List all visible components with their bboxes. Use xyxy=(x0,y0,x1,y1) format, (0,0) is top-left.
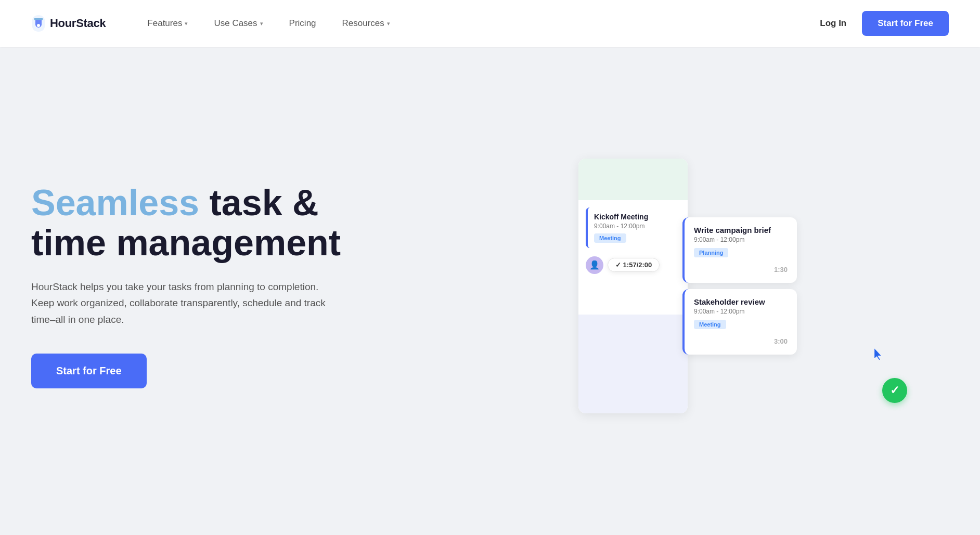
hero-illustration: Kickoff Meeting 9:00am - 12:00pm Meeting… xyxy=(427,143,949,429)
hero-heading: Seamless task &time management xyxy=(31,183,395,263)
hero-cta-button[interactable]: Start for Free xyxy=(31,354,147,388)
stakeholder-tag: Meeting xyxy=(694,320,726,329)
nav-features[interactable]: Features ▾ xyxy=(147,18,188,29)
navigation: HourStack Features ▾ Use Cases ▾ Pricing… xyxy=(0,0,980,47)
login-button[interactable]: Log In xyxy=(820,18,846,29)
kickoff-time: 9:00am - 12:00pm xyxy=(594,223,674,230)
write-campaign-duration: 1:30 xyxy=(694,266,788,273)
use-cases-chevron-icon: ▾ xyxy=(260,20,263,27)
stakeholder-title: Stakeholder review xyxy=(694,297,788,306)
write-campaign-tag: Planning xyxy=(694,248,728,257)
nav-use-cases[interactable]: Use Cases ▾ xyxy=(214,18,263,29)
nav-cta-button[interactable]: Start for Free xyxy=(862,11,949,36)
nav-links: Features ▾ Use Cases ▾ Pricing Resources… xyxy=(147,18,820,29)
hero-subtext: HourStack helps you take your tasks from… xyxy=(31,279,333,328)
panel-bottom-decoration xyxy=(578,315,688,413)
stakeholder-card: Stakeholder review 9:00am - 12:00pm Meet… xyxy=(682,289,797,355)
timer-value: ✓ 1:57/2:00 xyxy=(615,261,652,269)
avatar-row: 👤 ✓ 1:57/2:00 xyxy=(586,256,680,274)
hero-section: Seamless task &time management HourStack… xyxy=(0,47,980,535)
kickoff-card: Kickoff Meeting 9:00am - 12:00pm Meeting xyxy=(586,207,680,248)
stakeholder-time: 9:00am - 12:00pm xyxy=(694,308,788,315)
nav-resources[interactable]: Resources ▾ xyxy=(342,18,390,29)
features-chevron-icon: ▾ xyxy=(185,20,188,27)
timer-badge: ✓ 1:57/2:00 xyxy=(608,258,660,272)
hero-left: Seamless task &time management HourStack… xyxy=(31,183,395,388)
logo[interactable]: HourStack xyxy=(31,15,106,32)
logo-text: HourStack xyxy=(50,17,106,30)
avatar: 👤 xyxy=(586,256,603,274)
kickoff-title: Kickoff Meeting xyxy=(594,213,674,221)
logo-icon xyxy=(31,15,46,32)
event-cards-panel: Write campaign brief 9:00am - 12:00pm Pl… xyxy=(682,217,797,355)
cursor-icon xyxy=(872,347,886,361)
kickoff-tag: Meeting xyxy=(594,233,626,243)
write-campaign-time: 9:00am - 12:00pm xyxy=(694,236,788,243)
stakeholder-duration: 3:00 xyxy=(694,337,788,345)
panel-body: Kickoff Meeting 9:00am - 12:00pm Meeting… xyxy=(578,200,688,281)
write-campaign-title: Write campaign brief xyxy=(694,226,788,234)
nav-pricing[interactable]: Pricing xyxy=(289,18,316,29)
success-checkmark-icon: ✓ xyxy=(882,378,907,403)
nav-actions: Log In Start for Free xyxy=(820,11,949,36)
svg-point-0 xyxy=(37,24,40,27)
hero-heading-highlight: Seamless xyxy=(31,182,199,223)
panel-top-decoration xyxy=(578,159,688,200)
write-campaign-card: Write campaign brief 9:00am - 12:00pm Pl… xyxy=(682,217,797,283)
task-panel: Kickoff Meeting 9:00am - 12:00pm Meeting… xyxy=(578,159,688,413)
resources-chevron-icon: ▾ xyxy=(387,20,390,27)
